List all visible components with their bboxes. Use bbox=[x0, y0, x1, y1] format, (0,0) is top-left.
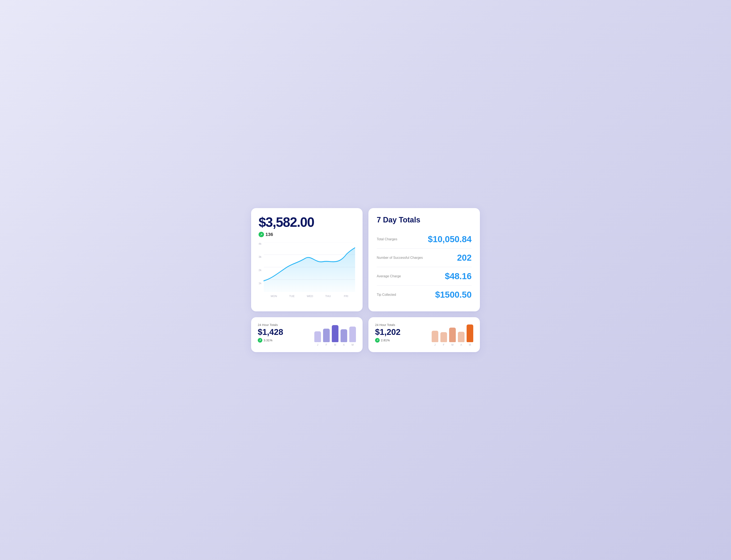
main-value: $3,582.00 bbox=[258, 216, 355, 229]
orange-bar-group-f: F bbox=[441, 332, 447, 346]
totals-title: 7 Day Totals bbox=[377, 216, 472, 224]
bar-a bbox=[340, 329, 347, 342]
bottom-right-value: $1,202 bbox=[375, 327, 401, 337]
orange-bar-label-a: A bbox=[460, 343, 462, 346]
orange-bar-group-a: A bbox=[458, 332, 465, 346]
orange-bar-j bbox=[432, 331, 438, 342]
orange-bar-f bbox=[441, 332, 447, 342]
tip-collected-value: $1500.50 bbox=[435, 290, 472, 300]
totals-row-successful: Number of Successful Charges 202 bbox=[377, 249, 472, 267]
successful-charges-value: 202 bbox=[457, 253, 472, 263]
bottom-left-chart: J F M A M bbox=[286, 328, 356, 346]
bottom-left-card: 24 Hour Totals $1,428 ↗ 3.31% J F bbox=[251, 317, 362, 352]
bar-m1 bbox=[332, 325, 338, 342]
orange-bar-group-j: J bbox=[432, 331, 438, 346]
totals-row-charges: Total Charges $10,050.84 bbox=[377, 230, 472, 249]
bottom-left-section-label: 24 Hour Totals bbox=[258, 323, 283, 327]
bar-label-m1: M bbox=[334, 343, 336, 346]
total-charges-label: Total Charges bbox=[377, 237, 397, 241]
orange-bar-label-j: J bbox=[434, 343, 436, 346]
x-label-thu: THU bbox=[319, 295, 337, 298]
orange-bar-chart: J F M A M bbox=[432, 328, 473, 346]
y-label-3k: 3k bbox=[258, 255, 261, 258]
average-charge-value: $48.16 bbox=[445, 271, 472, 281]
orange-bar-label-m2: M bbox=[469, 343, 471, 346]
average-charge-label: Average Charge bbox=[377, 274, 401, 278]
y-axis-labels: 4k 3k 2k 1k bbox=[258, 242, 261, 286]
bottom-right-badge: ↗ 2.81% bbox=[375, 338, 401, 343]
x-label-mon: MON bbox=[265, 295, 283, 298]
x-label-wed: WED bbox=[301, 295, 319, 298]
x-label-tue: TUE bbox=[283, 295, 301, 298]
orange-bar-group-m2: M bbox=[467, 324, 473, 346]
dashboard: $3,582.00 ↗ 136 4k 3k 2k 1k bbox=[251, 208, 480, 352]
totals-row-tip: Tip Collected $1500.50 bbox=[377, 286, 472, 304]
bar-group-f: F bbox=[323, 329, 330, 346]
bar-label-j: J bbox=[317, 343, 318, 346]
bar-label-m2: M bbox=[351, 343, 353, 346]
bottom-left-trend-icon: ↗ bbox=[258, 338, 262, 343]
bottom-left-value: $1,428 bbox=[258, 327, 283, 337]
bottom-right-chart: J F M A M bbox=[404, 328, 473, 346]
totals-row-average: Average Charge $48.16 bbox=[377, 267, 472, 286]
y-label-2k: 2k bbox=[258, 269, 261, 272]
bar-group-m1: M bbox=[332, 325, 338, 346]
totals-card: 7 Day Totals Total Charges $10,050.84 Nu… bbox=[369, 208, 480, 311]
orange-bar-m1 bbox=[449, 328, 456, 342]
bottom-right-badge-text: 2.81% bbox=[381, 338, 390, 342]
trend-up-icon: ↗ bbox=[258, 232, 264, 237]
successful-charges-label: Number of Successful Charges bbox=[377, 256, 423, 260]
y-label-1k: 1k bbox=[258, 282, 261, 285]
bar-group-m2: M bbox=[349, 327, 356, 346]
bottom-right-content: 24 Hour Totals $1,202 ↗ 2.81% J F bbox=[375, 323, 473, 346]
orange-bar-label-m1: M bbox=[452, 343, 454, 346]
bottom-right-info: 24 Hour Totals $1,202 ↗ 2.81% bbox=[375, 323, 401, 346]
bottom-left-info: 24 Hour Totals $1,428 ↗ 3.31% bbox=[258, 323, 283, 346]
bar-f bbox=[323, 329, 330, 342]
bottom-right-section-label: 24 Hour Totals bbox=[375, 323, 401, 327]
badge-number: 136 bbox=[265, 232, 273, 237]
bar-group-j: J bbox=[314, 331, 321, 346]
tip-collected-label: Tip Collected bbox=[377, 293, 396, 297]
total-charges-value: $10,050.84 bbox=[428, 234, 472, 244]
bottom-right-trend-icon: ↗ bbox=[375, 338, 380, 343]
x-label-fri: FRI bbox=[337, 295, 355, 298]
bar-label-a: A bbox=[343, 343, 345, 346]
chart-area: 4k 3k 2k 1k bbox=[258, 242, 355, 292]
main-chart-card: $3,582.00 ↗ 136 4k 3k 2k 1k bbox=[251, 208, 362, 311]
x-axis-labels: MON TUE WED THU FRI bbox=[258, 293, 355, 298]
bar-group-a: A bbox=[340, 329, 347, 346]
bar-m2 bbox=[349, 327, 356, 342]
purple-bar-chart: J F M A M bbox=[314, 328, 356, 346]
y-label-4k: 4k bbox=[258, 242, 261, 245]
bottom-left-content: 24 Hour Totals $1,428 ↗ 3.31% J F bbox=[258, 323, 356, 346]
main-badge: ↗ 136 bbox=[258, 232, 355, 237]
orange-bar-group-m1: M bbox=[449, 328, 456, 346]
orange-bar-a bbox=[458, 332, 465, 342]
bar-j bbox=[314, 331, 321, 342]
orange-bar-m2 bbox=[467, 324, 473, 342]
orange-bar-label-f: F bbox=[443, 343, 444, 346]
bottom-right-card: 24 Hour Totals $1,202 ↗ 2.81% J F bbox=[369, 317, 480, 352]
bottom-left-badge-text: 3.31% bbox=[263, 338, 272, 342]
bar-label-f: F bbox=[325, 343, 327, 346]
bottom-left-badge: ↗ 3.31% bbox=[258, 338, 283, 343]
line-chart-svg bbox=[258, 242, 355, 292]
